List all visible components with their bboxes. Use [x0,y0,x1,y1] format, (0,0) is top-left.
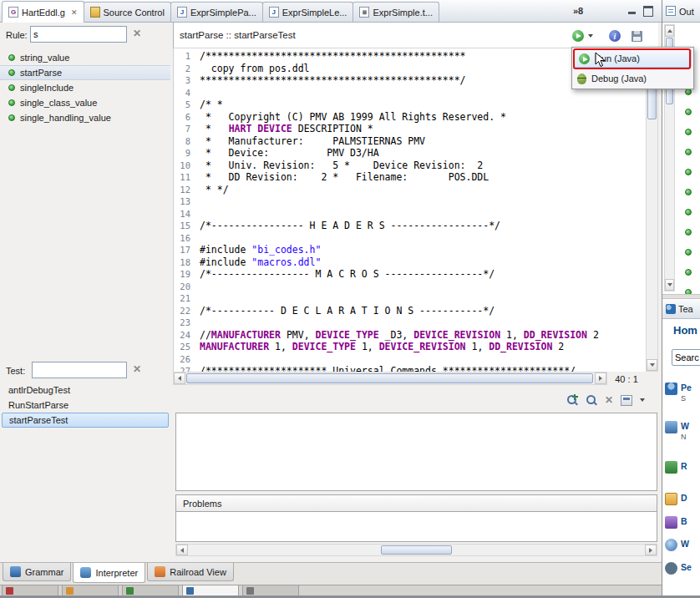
interpreter-toolbar [518,391,658,409]
scrollbar-thumb[interactable] [381,545,452,555]
welcome-link-2[interactable]: WN [665,421,700,441]
editor-tab-exprsimplepa[interactable]: ExprSimplePa... [170,2,263,22]
info-icon[interactable] [609,30,621,42]
person-icon [665,383,677,395]
outline-item-bullet[interactable] [685,209,692,215]
test-filter-input[interactable] [32,362,127,378]
welcome-link-1[interactable]: PeS [665,383,700,403]
scrollbar-thumb[interactable] [186,373,593,383]
close-icon[interactable]: ✕ [71,8,78,17]
problems-title: Problems [183,499,221,509]
minimize-button[interactable] [625,4,638,17]
line-number: 19 [174,268,195,281]
code-line [195,353,646,366]
line-number: 25 [174,341,195,353]
rule-item-label: singleInclude [20,83,74,93]
code-line: /*---------------- H E A D E R S -------… [195,220,646,232]
test-item-antlrdebugtest[interactable]: antlrDebugTest [0,383,170,398]
scroll-right-button[interactable] [645,545,657,555]
console-icon [186,587,194,595]
problems-body[interactable] [175,512,657,542]
welcome-link-subtitle: S [681,394,692,403]
line-number: 27 [174,365,195,372]
welcome-link-3[interactable]: R [665,461,700,474]
view-tab-bar: GrammarInterpreterRailroad View [0,562,662,585]
rule-item-single-class-value[interactable]: single_class_value [0,95,170,110]
editor-tab-exprsimplele[interactable]: ExprSimpleLe... [262,2,354,22]
maximize-button[interactable] [642,4,655,17]
rule-item-startparse[interactable]: startParse [0,65,170,80]
rule-item-label: single_handling_value [20,113,111,123]
line-number: 21 [174,292,195,305]
code-line: //MANUFACTURER PMV, DEVICE_TYPE _D3, DEV… [195,329,646,342]
welcome-link-text: D [681,493,687,505]
scroll-down-button[interactable] [647,359,657,371]
rule-item-singleinclude[interactable]: singleInclude [0,80,170,95]
team-view-header[interactable]: Tea [662,299,700,319]
clear-icon[interactable] [605,394,613,406]
dropdown-caret-icon[interactable] [640,398,645,402]
scroll-left-button[interactable] [176,545,188,555]
rule-filter-label: Rule: [6,30,28,40]
magnifier-arrow-icon[interactable] [586,394,597,406]
editor-tab-exprsimple-t[interactable]: ExprSimple.t... [353,2,439,22]
code-editor[interactable]: 1234567891011121314151617181920212223242… [173,48,646,372]
clear-test-filter-icon[interactable]: ✕ [133,363,141,375]
outline-item-bullet[interactable] [685,189,692,195]
rule-filter-input[interactable] [30,26,127,43]
view-tab-label: Interpreter [95,568,138,578]
editor-tab-source-control[interactable]: Source Control [84,2,171,22]
editor-tab-label: ExprSimplePa... [190,8,256,18]
welcome-link-text: R [681,461,687,474]
interpreter-output[interactable] [175,413,657,491]
outline-item-bullet[interactable] [685,89,692,95]
outline-item-bullet[interactable] [685,169,692,175]
outline-item-bullet[interactable] [685,109,692,115]
outline-item-bullet[interactable] [685,249,692,256]
scroll-left-button[interactable] [174,372,185,384]
line-number: 9 [174,147,195,160]
folder2-icon [66,587,74,595]
clear-rule-filter-icon[interactable]: ✕ [133,28,141,39]
rule-item-label: string_value [20,53,69,63]
editor-tab-harteddl-g[interactable]: HartEddl.g✕ [2,1,84,23]
magnifier-plus-icon[interactable] [566,394,578,406]
view-tab-railroad-view[interactable]: Railroad View [147,563,234,581]
search-input[interactable] [672,349,700,366]
export-icon[interactable] [621,395,632,406]
line-number: 11 [174,171,195,184]
dropdown-caret-icon[interactable] [588,34,593,38]
menu-item-debug-java[interactable]: Debug (Java) [572,68,693,89]
test-item-label: startParseTest [9,415,68,425]
run-icon [579,53,590,64]
outline-item-bullet[interactable] [685,269,692,276]
test-item-runstartparse[interactable]: RunStartParse [0,398,170,413]
outline-view-header[interactable]: Out [662,0,700,23]
scroll-right-button[interactable] [595,372,606,384]
outline-item-bullet[interactable] [685,149,692,155]
run-icon[interactable] [572,30,584,42]
rule-item-single-handling-value[interactable]: single_handling_value [0,110,170,125]
interpreter-view-icon [80,567,91,578]
welcome-link-subtitle: N [681,433,689,441]
rule-item-string-value[interactable]: string_value [0,50,170,65]
welcome-link-6[interactable]: W [665,539,700,551]
welcome-link-5[interactable]: B [665,516,700,529]
outline-item-bullet[interactable] [685,229,692,236]
welcome-link-7[interactable]: Se [665,562,700,575]
welcome-link-title: Pe [681,383,692,393]
code-line: MANUFACTURER 1, DEVICE_TYPE 1, DEVICE_RE… [195,341,646,353]
welcome-link-text: WN [681,421,689,441]
welcome-link-4[interactable]: D [665,493,700,505]
tab-overflow-indicator[interactable]: »8 [573,6,583,16]
test-item-startparsetest[interactable]: startParseTest [2,413,169,428]
menu-item-label: Debug (Java) [591,73,647,84]
view-tab-interpreter[interactable]: Interpreter [73,563,145,583]
view-tab-grammar[interactable]: Grammar [3,563,71,581]
save-icon[interactable] [632,31,642,42]
code-line: /* * [195,99,646,111]
outline-item-bullet[interactable] [685,129,692,135]
menu-item-run-java[interactable]: Run (Java) [574,49,692,68]
code-lines: /***************************************… [195,50,646,372]
globe-icon [665,539,677,551]
